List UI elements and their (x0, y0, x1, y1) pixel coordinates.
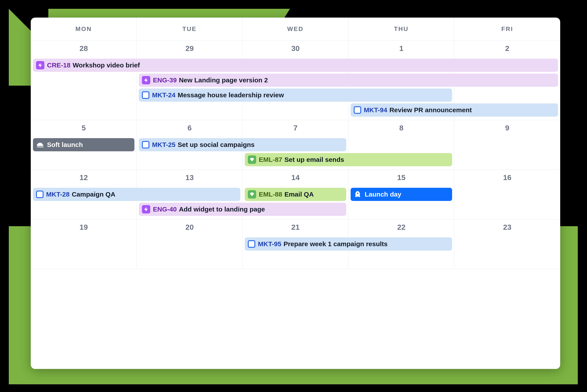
date-number[interactable]: 12 (31, 170, 137, 184)
event-title: Soft launch (47, 141, 83, 148)
diamond-icon (248, 190, 256, 198)
ticket-id: MKT-95 (258, 240, 281, 248)
calendar-event[interactable]: Launch day (351, 188, 452, 201)
date-number[interactable]: 2 (454, 41, 560, 55)
date-number[interactable]: 22 (348, 220, 454, 234)
event-title: Campaign QA (72, 190, 115, 198)
ticket-id: MKT-24 (152, 91, 176, 99)
calendar: MON TUE WED THU FRI 28293012CRE-18Worksh… (31, 18, 560, 369)
lightning-icon (36, 61, 44, 70)
date-number[interactable]: 6 (137, 120, 243, 134)
square-icon (248, 240, 255, 248)
ticket-id: MKT-28 (46, 190, 70, 198)
date-number[interactable]: 8 (348, 120, 454, 134)
ticket-id: MKT-25 (152, 141, 176, 148)
rocket-icon (354, 190, 362, 198)
date-number[interactable]: 9 (454, 120, 560, 134)
date-number[interactable]: 28 (31, 41, 137, 55)
ticket-id: CRE-18 (47, 62, 71, 69)
date-number[interactable]: 13 (137, 170, 243, 184)
square-icon (142, 91, 149, 99)
day-header: THU (348, 18, 454, 40)
event-title: New Landing page version 2 (179, 76, 268, 84)
date-number[interactable]: 30 (243, 41, 348, 55)
date-number[interactable]: 7 (243, 120, 348, 134)
calendar-event[interactable]: Soft launch (33, 138, 135, 151)
lightning-icon (142, 205, 150, 214)
calendar-event[interactable]: EML-88Email QA (245, 188, 346, 201)
calendar-event[interactable]: MKT-24Message house leadership review (139, 88, 452, 102)
event-title: Set up email sends (284, 156, 344, 164)
day-header: FRI (454, 18, 560, 40)
event-title: Email QA (284, 190, 314, 198)
week-row: 1213141516MKT-28Campaign QALaunch dayEML… (31, 170, 560, 220)
ticket-id: EML-88 (259, 190, 282, 198)
week-row: 28293012CRE-18Workshop video briefENG-39… (31, 41, 560, 120)
ship-icon (36, 141, 44, 149)
date-number[interactable]: 1 (348, 41, 454, 55)
event-title: Workshop video brief (73, 62, 140, 69)
calendar-event[interactable]: MKT-25Set up social campaigns (139, 138, 346, 151)
event-title: Message house leadership review (178, 91, 284, 99)
day-header: TUE (137, 18, 243, 40)
event-title: Prepare week 1 campaign results (284, 240, 388, 248)
day-header: MON (31, 18, 137, 40)
calendar-event[interactable]: MKT-95Prepare week 1 campaign results (245, 238, 452, 250)
lightning-icon (142, 76, 150, 84)
date-number[interactable]: 19 (31, 220, 137, 234)
event-title: Add widget to landing page (179, 206, 265, 213)
date-number[interactable]: 14 (243, 170, 348, 184)
date-number[interactable]: 29 (137, 41, 243, 55)
calendar-event[interactable]: ENG-40Add widget to landing page (139, 203, 346, 216)
ticket-id: ENG-40 (153, 206, 177, 213)
event-title: Set up social campaigns (178, 141, 255, 148)
event-title: Launch day (365, 190, 401, 198)
week-row: 1920212223MKT-95Prepare week 1 campaign … (31, 220, 560, 269)
ticket-id: EML-87 (259, 156, 282, 164)
calendar-event[interactable]: CRE-18Workshop video brief (33, 59, 558, 72)
date-number[interactable]: 20 (137, 220, 243, 234)
square-icon (36, 190, 44, 198)
ticket-id: MKT-94 (364, 106, 387, 114)
date-number[interactable]: 15 (348, 170, 454, 184)
calendar-event[interactable]: ENG-39New Landing page version 2 (139, 74, 558, 87)
calendar-event[interactable]: MKT-94Review PR announcement (351, 104, 558, 116)
ticket-id: ENG-39 (153, 76, 177, 84)
square-icon (354, 106, 361, 114)
calendar-event[interactable]: EML-87Set up email sends (245, 153, 452, 166)
week-row: 56789Soft launchMKT-25Set up social camp… (31, 120, 560, 170)
date-number[interactable]: 5 (31, 120, 137, 134)
date-number[interactable]: 23 (454, 220, 560, 234)
date-number[interactable]: 21 (243, 220, 348, 234)
day-header-row: MON TUE WED THU FRI (31, 18, 560, 41)
calendar-event[interactable]: MKT-28Campaign QA (33, 188, 240, 201)
square-icon (142, 141, 149, 148)
event-title: Review PR announcement (389, 106, 472, 114)
diamond-icon (248, 156, 256, 164)
date-number[interactable]: 16 (454, 170, 560, 184)
day-header: WED (243, 18, 348, 40)
